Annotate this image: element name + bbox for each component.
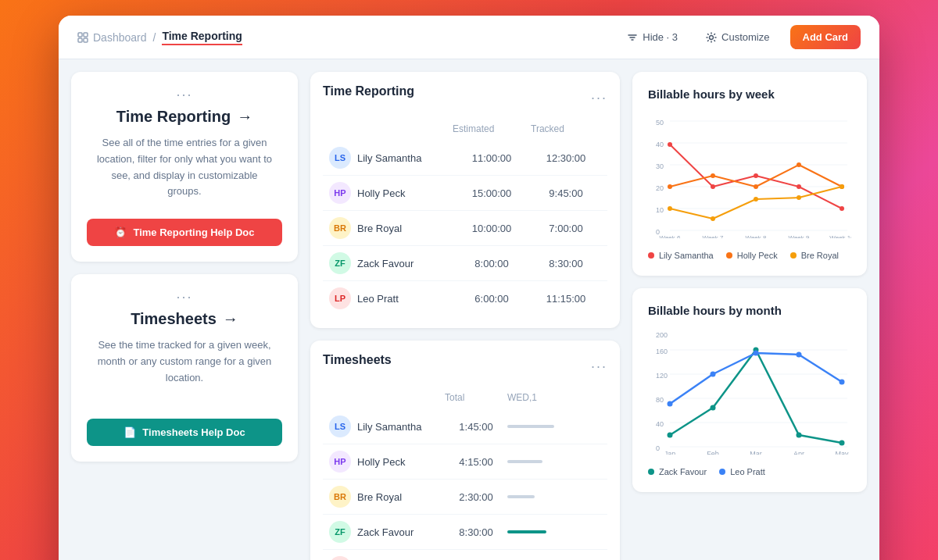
user-name: Holly Peck bbox=[357, 456, 405, 468]
hide-button[interactable]: Hide · 3 bbox=[619, 27, 686, 48]
svg-text:Week 6: Week 6 bbox=[660, 234, 682, 238]
legend-label: Lily Samantha bbox=[659, 251, 714, 260]
svg-text:Feb: Feb bbox=[707, 450, 719, 455]
progress-bar bbox=[507, 530, 546, 533]
tracked-time: 12:30:00 bbox=[531, 152, 601, 164]
legend-label: Zack Favour bbox=[659, 467, 707, 476]
svg-text:Mar: Mar bbox=[750, 450, 762, 455]
app-container: Dashboard / Time Reporting Hide · 3 Cust… bbox=[59, 16, 879, 560]
table-row: HP Holly Peck 15:00:00 9:45:00 bbox=[323, 176, 607, 211]
svg-point-36 bbox=[840, 184, 844, 189]
col-estimated: Estimated bbox=[453, 123, 531, 134]
info-card-1-title: Time Reporting → bbox=[116, 108, 252, 126]
svg-text:0: 0 bbox=[656, 444, 660, 452]
avatar: BR bbox=[329, 486, 351, 508]
breadcrumb-dashboard: Dashboard bbox=[77, 31, 147, 44]
customize-button[interactable]: Customize bbox=[698, 27, 777, 48]
svg-text:Jan: Jan bbox=[664, 450, 676, 455]
chart-month-svg: 0 40 80 120 160 200 Jan Feb Mar A bbox=[648, 330, 851, 455]
col-wed: WED,1 bbox=[507, 392, 601, 403]
legend-item: Bre Royal bbox=[790, 251, 839, 260]
time-reporting-dots-button[interactable]: ··· bbox=[591, 91, 607, 105]
progress-cell bbox=[507, 530, 601, 533]
svg-point-32 bbox=[668, 206, 672, 211]
user-name: Holly Peck bbox=[357, 187, 405, 199]
col-total: Total bbox=[445, 392, 507, 403]
svg-point-61 bbox=[797, 352, 802, 358]
progress-cell bbox=[507, 495, 601, 498]
legend-label: Leo Pratt bbox=[730, 467, 765, 476]
table-row: BR Bre Royal 2:30:00 bbox=[323, 480, 607, 515]
svg-point-58 bbox=[668, 401, 673, 407]
dashboard-icon bbox=[77, 32, 88, 43]
legend-item: Holly Peck bbox=[726, 251, 778, 260]
timesheets-help-button[interactable]: 📄 Timesheets Help Doc bbox=[87, 419, 282, 446]
svg-point-34 bbox=[754, 197, 758, 202]
avatar: LP bbox=[329, 287, 351, 309]
info-card-1-arrow: → bbox=[237, 108, 252, 126]
avatar: HP bbox=[329, 182, 351, 204]
svg-rect-0 bbox=[78, 33, 82, 37]
info-card-1-desc: See all of the time entries for a given … bbox=[87, 135, 282, 200]
chart-month-title: Billable hours by month bbox=[648, 304, 851, 317]
time-reporting-help-icon: ⏰ bbox=[114, 226, 127, 238]
estimated-time: 8:00:00 bbox=[453, 258, 531, 269]
timesheets-dots-button[interactable]: ··· bbox=[591, 359, 607, 373]
legend-item: Leo Pratt bbox=[719, 467, 765, 476]
avatar: LP bbox=[329, 556, 351, 560]
svg-point-4 bbox=[710, 35, 714, 39]
svg-point-59 bbox=[711, 372, 716, 377]
svg-point-29 bbox=[754, 184, 758, 189]
svg-text:Week 9: Week 9 bbox=[789, 234, 811, 238]
svg-text:Week 7: Week 7 bbox=[703, 234, 725, 238]
time-reporting-help-button[interactable]: ⏰ Time Reporting Help Doc bbox=[87, 219, 282, 246]
card-menu-1: ··· bbox=[176, 87, 192, 102]
add-card-button[interactable]: Add Card bbox=[790, 25, 861, 49]
card-menu-button-2[interactable]: ··· bbox=[176, 290, 192, 304]
user-cell: BR Bre Royal bbox=[329, 217, 453, 239]
info-card-timesheets: ··· Timesheets → See the time tracked fo… bbox=[71, 274, 298, 462]
time-reporting-table-title: Time Reporting bbox=[323, 84, 414, 98]
user-name: Lily Samantha bbox=[357, 152, 421, 164]
svg-text:Week 8: Week 8 bbox=[746, 234, 768, 238]
main-grid: ··· Time Reporting → See all of the time… bbox=[59, 59, 879, 560]
avatar: BR bbox=[329, 217, 351, 239]
timesheets-table-title: Timesheets bbox=[323, 353, 392, 367]
svg-text:120: 120 bbox=[656, 372, 668, 380]
timesheets-help-label: Timesheets Help Doc bbox=[142, 426, 245, 438]
hide-label: Hide · 3 bbox=[643, 31, 678, 43]
table-row: ZF Zack Favour 8:30:00 bbox=[323, 515, 607, 550]
svg-point-60 bbox=[754, 351, 759, 356]
user-name: Zack Favour bbox=[357, 526, 414, 538]
user-cell: LS Lily Samantha bbox=[329, 416, 445, 437]
col-left: ··· Time Reporting → See all of the time… bbox=[71, 72, 298, 560]
legend-item: Lily Samantha bbox=[648, 251, 714, 260]
estimated-time: 6:00:00 bbox=[453, 293, 531, 305]
svg-text:40: 40 bbox=[656, 141, 664, 148]
svg-point-28 bbox=[711, 173, 715, 178]
breadcrumb: Dashboard / Time Reporting bbox=[77, 30, 242, 45]
user-name: Bre Royal bbox=[357, 223, 402, 234]
info-card-2-title: Timesheets → bbox=[131, 310, 238, 328]
tracked-time: 9:45:00 bbox=[531, 187, 601, 199]
svg-point-27 bbox=[668, 184, 672, 189]
legend-label: Bre Royal bbox=[801, 251, 839, 260]
user-cell: LP Leo Pratt bbox=[329, 287, 453, 309]
timesheets-help-icon: 📄 bbox=[124, 426, 136, 438]
svg-point-25 bbox=[797, 184, 801, 189]
card-menu-button-1[interactable]: ··· bbox=[176, 87, 192, 102]
time-reporting-table-header: Time Reporting ··· bbox=[323, 84, 607, 111]
svg-text:30: 30 bbox=[656, 162, 664, 170]
table-row: BR Bre Royal 10:00:00 7:00:00 bbox=[323, 211, 607, 246]
time-reporting-table-card: Time Reporting ··· Estimated Tracked LS … bbox=[310, 72, 620, 328]
tracked-time: 8:30:00 bbox=[531, 258, 601, 269]
time-reporting-col-headers: Estimated Tracked bbox=[323, 120, 607, 137]
chart-week-svg: 0 10 20 30 40 50 Week 6 Week 7 W bbox=[648, 113, 851, 238]
timesheets-table-card: Timesheets ··· Total WED,1 LS Lily Saman… bbox=[310, 341, 620, 560]
svg-point-57 bbox=[840, 441, 845, 446]
user-cell: LS Lily Samantha bbox=[329, 147, 453, 169]
avatar: ZF bbox=[329, 252, 351, 274]
legend-dot bbox=[790, 252, 797, 259]
legend-label: Holly Peck bbox=[737, 251, 778, 260]
tracked-time: 11:15:00 bbox=[531, 293, 601, 305]
